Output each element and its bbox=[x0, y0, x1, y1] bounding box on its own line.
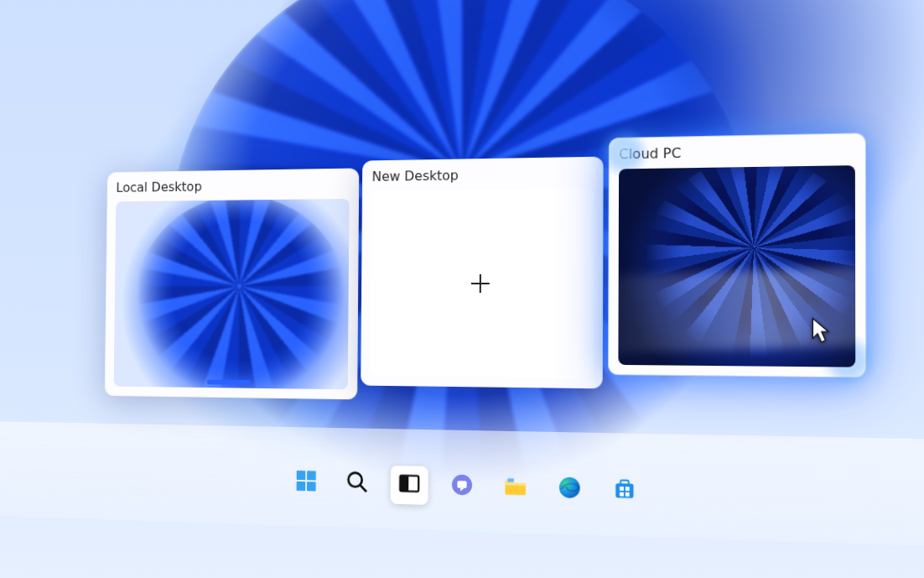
plus-icon bbox=[471, 273, 490, 292]
bloom-dark-thumbnail-icon bbox=[639, 165, 855, 367]
desktop-thumbnail-new bbox=[371, 188, 593, 378]
edge-browser-icon bbox=[557, 475, 583, 504]
microsoft-store-icon bbox=[611, 476, 637, 506]
desktop-thumbnail-local bbox=[114, 199, 350, 389]
lens-flare-icon bbox=[821, 333, 876, 387]
svg-rect-2 bbox=[297, 482, 306, 491]
desktop-card-new[interactable]: New Desktop bbox=[361, 157, 604, 389]
task-view-icon bbox=[397, 471, 421, 500]
taskbar-edge-button[interactable] bbox=[550, 469, 589, 509]
cursor-icon bbox=[812, 318, 832, 345]
svg-rect-3 bbox=[307, 482, 316, 491]
desktop-thumbnail-cloud bbox=[618, 165, 855, 367]
svg-rect-15 bbox=[626, 487, 630, 491]
svg-rect-10 bbox=[507, 478, 514, 482]
taskbar-search-button[interactable] bbox=[339, 464, 376, 503]
windows-start-icon bbox=[294, 468, 319, 497]
bloom-thumbnail-icon bbox=[130, 199, 350, 389]
folder-icon bbox=[503, 473, 528, 502]
svg-rect-1 bbox=[307, 471, 316, 480]
svg-rect-16 bbox=[620, 492, 624, 497]
svg-rect-14 bbox=[620, 487, 624, 491]
desktop-card-label: Cloud PC bbox=[619, 142, 855, 163]
desktop-card-label: Local Desktop bbox=[116, 176, 349, 195]
desktop-card-label: New Desktop bbox=[372, 165, 594, 185]
desktop-card-cloud[interactable]: Cloud PC bbox=[608, 133, 866, 378]
taskbar-taskview-button[interactable] bbox=[391, 466, 428, 505]
taskbar-chat-button[interactable] bbox=[443, 466, 481, 506]
search-icon bbox=[345, 470, 370, 498]
svg-point-4 bbox=[348, 472, 361, 487]
svg-rect-0 bbox=[297, 471, 306, 480]
svg-rect-17 bbox=[626, 492, 630, 497]
taskbar-file-explorer-button[interactable] bbox=[496, 468, 535, 508]
svg-rect-13 bbox=[620, 480, 629, 485]
svg-line-5 bbox=[361, 486, 366, 492]
perspective-stage: Local Desktop New Desktop Cloud PC bbox=[0, 0, 924, 578]
desktop-card-local[interactable]: Local Desktop bbox=[105, 168, 360, 399]
taskbar-start-button[interactable] bbox=[288, 463, 324, 502]
motion-glare bbox=[618, 263, 855, 354]
taskbar-store-button[interactable] bbox=[605, 471, 645, 511]
svg-rect-7 bbox=[400, 476, 408, 492]
chat-icon bbox=[449, 472, 475, 502]
svg-rect-9 bbox=[457, 481, 466, 488]
